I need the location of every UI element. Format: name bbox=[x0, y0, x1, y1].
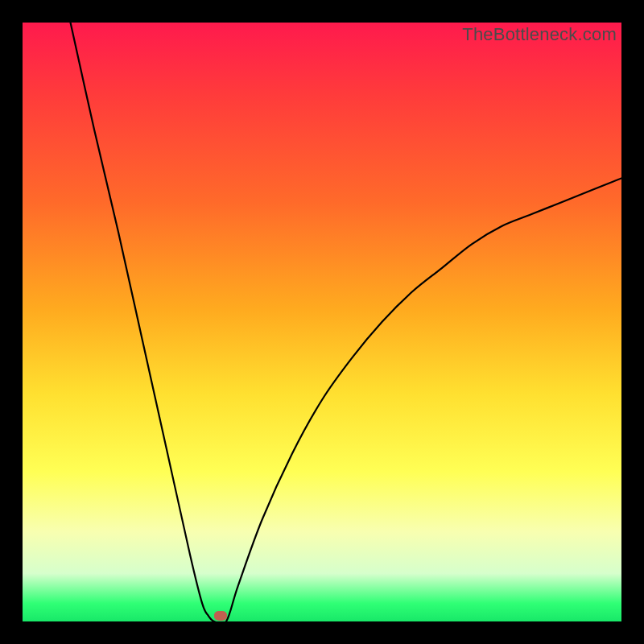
plot-area: TheBottleneck.com bbox=[23, 23, 621, 621]
line-curve bbox=[23, 23, 621, 621]
optimum-marker bbox=[214, 611, 227, 621]
watermark-text: TheBottleneck.com bbox=[462, 24, 617, 45]
chart-frame: TheBottleneck.com bbox=[0, 0, 644, 644]
